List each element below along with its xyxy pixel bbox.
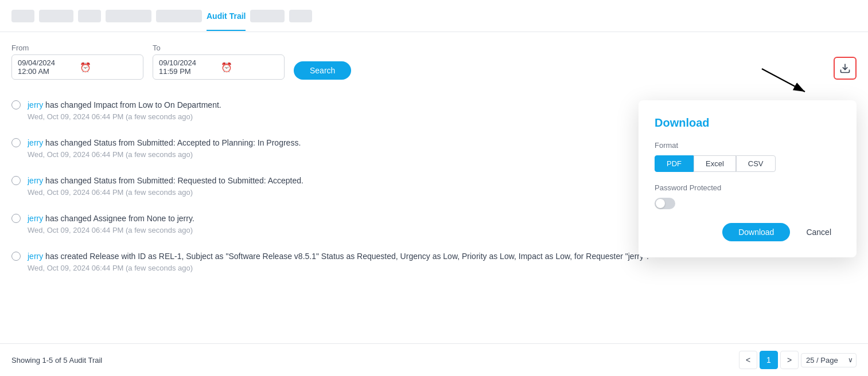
audit-content-2: jerry has changed Status from Submitted:… [28, 137, 301, 159]
audit-radio-4[interactable] [11, 214, 21, 223]
format-buttons: PDF Excel CSV [655, 155, 840, 172]
audit-time-1: Wed, Oct 09, 2024 06:44 PM (a few second… [28, 112, 221, 121]
audit-time-3: Wed, Oct 09, 2024 06:44 PM (a few second… [28, 188, 303, 197]
audit-user-4[interactable]: jerry [28, 214, 43, 223]
popup-actions: Download Cancel [655, 223, 840, 241]
format-csv-button[interactable]: CSV [736, 155, 776, 172]
audit-text-5: jerry has created Release with ID as REL… [28, 250, 649, 263]
password-label: Password Protected [655, 183, 840, 192]
from-date-value: 09/04/2024 12:00 AM [18, 58, 75, 76]
audit-radio-5[interactable] [11, 252, 21, 261]
audit-message-3: has changed Status from Submitted: Reque… [43, 176, 303, 185]
audit-content-3: jerry has changed Status from Submitted:… [28, 175, 303, 197]
search-button[interactable]: Search [294, 61, 351, 80]
audit-message-4: has changed Assignee from None to jerry. [43, 214, 194, 223]
tab-placeholder-3 [78, 10, 101, 22]
tab-placeholder-2 [39, 10, 73, 22]
format-pdf-button[interactable]: PDF [655, 155, 694, 172]
popup-download-button[interactable]: Download [722, 223, 790, 241]
audit-user-3[interactable]: jerry [28, 176, 43, 185]
tab-placeholder-5 [156, 10, 202, 22]
tab-placeholder-7 [289, 10, 312, 22]
audit-content-1: jerry has changed Impact from Low to On … [28, 99, 221, 121]
to-field: To 09/10/2024 11:59 PM ⏰ [153, 44, 285, 80]
audit-message-5: has created Release with ID as REL-1, Su… [43, 252, 649, 261]
audit-message-1: has changed Impact from Low to On Depart… [43, 100, 221, 109]
audit-message-2: has changed Status from Submitted: Accep… [43, 138, 301, 147]
popup-cancel-button[interactable]: Cancel [797, 223, 840, 241]
from-date-input[interactable]: 09/04/2024 12:00 AM ⏰ [11, 54, 143, 80]
to-label: To [153, 44, 285, 52]
audit-text-1: jerry has changed Impact from Low to On … [28, 99, 221, 111]
audit-user-1[interactable]: jerry [28, 100, 43, 109]
filter-bar: From 09/04/2024 12:00 AM ⏰ To 09/10/2024… [0, 32, 868, 85]
audit-content-5: jerry has created Release with ID as REL… [28, 250, 649, 272]
from-label: From [11, 44, 143, 52]
to-date-input[interactable]: 09/10/2024 11:59 PM ⏰ [153, 54, 285, 80]
audit-time-2: Wed, Oct 09, 2024 06:44 PM (a few second… [28, 150, 301, 159]
audit-radio-1[interactable] [11, 100, 21, 109]
tab-audit-trail[interactable]: Audit Trail [207, 1, 246, 31]
audit-radio-3[interactable] [11, 176, 21, 185]
password-toggle[interactable] [655, 198, 675, 209]
audit-text-4: jerry has changed Assignee from None to … [28, 213, 194, 225]
download-icon [839, 62, 851, 74]
download-popup: Download Format PDF Excel CSV Password P… [639, 100, 857, 257]
audit-text-3: jerry has changed Status from Submitted:… [28, 175, 303, 187]
popup-title: Download [655, 116, 840, 130]
audit-time-5: Wed, Oct 09, 2024 06:44 PM (a few second… [28, 264, 649, 272]
from-field: From 09/04/2024 12:00 AM ⏰ [11, 44, 143, 80]
tab-placeholder-6 [250, 10, 285, 22]
top-nav: Audit Trail [0, 0, 868, 32]
from-clock-icon: ⏰ [80, 62, 137, 73]
tab-placeholder-4 [106, 10, 151, 22]
tab-placeholder-1 [11, 10, 34, 22]
audit-time-4: Wed, Oct 09, 2024 06:44 PM (a few second… [28, 226, 194, 234]
audit-user-2[interactable]: jerry [28, 138, 43, 147]
format-excel-button[interactable]: Excel [694, 155, 736, 172]
download-trigger-button[interactable] [834, 57, 857, 80]
to-clock-icon: ⏰ [221, 62, 278, 73]
audit-user-5[interactable]: jerry [28, 252, 43, 261]
audit-content-4: jerry has changed Assignee from None to … [28, 213, 194, 234]
to-date-value: 09/10/2024 11:59 PM [159, 58, 216, 76]
format-label: Format [655, 141, 840, 150]
audit-text-2: jerry has changed Status from Submitted:… [28, 137, 301, 149]
audit-radio-2[interactable] [11, 138, 21, 147]
password-section: Password Protected [655, 183, 840, 209]
